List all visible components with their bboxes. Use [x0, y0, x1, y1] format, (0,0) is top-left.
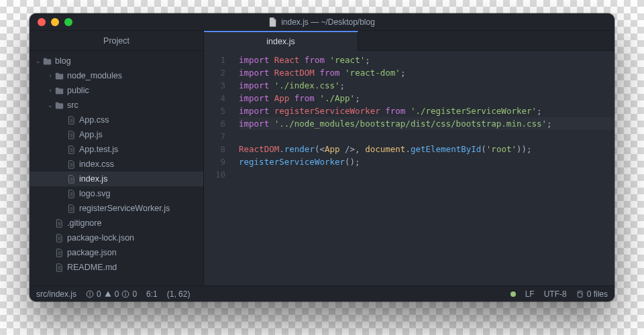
code-lines[interactable]: import React from 'react';import ReactDO…	[233, 54, 614, 285]
tree-item-label: App.css	[79, 115, 109, 125]
file-icon	[66, 145, 76, 154]
error-icon	[86, 290, 94, 298]
tree-item-label: .gitignore	[67, 218, 101, 228]
tree-item-label: logo.svg	[79, 189, 111, 198]
minimize-window-icon[interactable]	[51, 18, 59, 26]
code-line[interactable]: import React from 'react';	[239, 54, 614, 66]
code-line[interactable]: ReactDOM.render(<App />, document.getEle…	[239, 143, 614, 155]
tree-item-label: public	[67, 86, 89, 95]
tree-item-label: README.md	[67, 263, 117, 272]
folder-icon	[54, 86, 64, 95]
code-line[interactable]: import './index.css';	[239, 79, 614, 92]
warning-icon	[104, 290, 112, 298]
tab-bar: index.js	[204, 31, 614, 51]
folder-icon	[54, 101, 64, 110]
tree-folder-node-modules[interactable]: ›node_modules	[30, 68, 203, 83]
tree-item-label: package-lock.json	[67, 233, 134, 243]
tree-file-app-test-js[interactable]: App.test.js	[30, 142, 203, 157]
code-line[interactable]	[239, 130, 614, 143]
line-number: 5	[204, 105, 225, 117]
tab-index-js[interactable]: index.js	[204, 31, 358, 51]
tree-file-package-json[interactable]: package.json	[30, 245, 203, 260]
tree-file--gitignore[interactable]: .gitignore	[30, 216, 203, 230]
code-line[interactable]: import ReactDOM from 'react-dom';	[239, 66, 614, 79]
tree-file-app-css[interactable]: App.css	[30, 113, 203, 127]
file-icon	[66, 116, 76, 125]
tree-item-label: index.css	[79, 159, 114, 169]
chevron-down-icon: ⌄	[47, 102, 54, 109]
tree-folder-src[interactable]: ⌄src	[30, 98, 203, 113]
maximize-window-icon[interactable]	[64, 18, 72, 26]
tree-file-app-js[interactable]: App.js	[30, 127, 203, 142]
tree-file-index-css[interactable]: index.css	[30, 157, 203, 172]
line-number: 2	[204, 66, 225, 79]
line-number: 10	[204, 168, 225, 181]
tree-folder-public[interactable]: ›public	[30, 83, 203, 98]
line-number: 6	[204, 117, 225, 130]
line-gutter: 12345678910	[204, 54, 233, 285]
tree-item-label: App.test.js	[79, 145, 118, 154]
git-icon	[576, 290, 584, 298]
tree-item-label: node_modules	[67, 71, 122, 80]
folder-icon	[42, 57, 52, 66]
code-line[interactable]: import registerServiceWorker from './reg…	[239, 105, 614, 117]
chevron-down-icon: ⌄	[35, 58, 42, 64]
tree-file-readme-md[interactable]: README.md	[30, 260, 203, 275]
tree-item-label: src	[67, 100, 78, 110]
editor-pane: index.js 12345678910 import React from '…	[204, 31, 614, 285]
line-number: 9	[204, 155, 225, 168]
window-title-text: index.js — ~/Desktop/blog	[281, 17, 375, 27]
file-icon	[66, 175, 76, 184]
close-window-icon[interactable]	[38, 18, 46, 26]
line-number: 7	[204, 130, 225, 143]
status-diagnostics[interactable]: 0 0 0	[86, 289, 137, 299]
code-line[interactable]	[239, 168, 614, 181]
tree-item-label: registerServiceWorker.js	[79, 204, 170, 213]
tree-item-label: index.js	[79, 174, 107, 184]
file-icon	[66, 131, 76, 139]
sidebar-title: Project	[30, 31, 203, 51]
svg-rect-6	[578, 291, 582, 297]
window-controls	[30, 18, 72, 26]
chevron-right-icon: ›	[47, 87, 54, 94]
info-icon	[121, 290, 129, 298]
folder-icon	[54, 72, 64, 80]
tree-file-registerserviceworker-js[interactable]: registerServiceWorker.js	[30, 201, 203, 216]
svg-point-2	[89, 295, 90, 295]
tree-folder-blog[interactable]: ⌄blog	[30, 54, 203, 68]
git-clean-icon	[511, 291, 516, 297]
file-icon	[66, 204, 76, 213]
window-title: index.js — ~/Desktop/blog	[30, 17, 614, 27]
file-icon	[66, 160, 76, 169]
svg-point-4	[125, 292, 126, 293]
status-line-ending[interactable]: LF	[525, 289, 535, 299]
status-encoding[interactable]: UTF-8	[544, 289, 567, 299]
code-line[interactable]: registerServiceWorker();	[239, 155, 614, 168]
line-number: 3	[204, 79, 225, 92]
code-line[interactable]: import '../node_modules/bootstrap/dist/c…	[239, 117, 614, 130]
code-area[interactable]: 12345678910 import React from 'react';im…	[204, 51, 614, 285]
tree-file-index-js[interactable]: index.js	[30, 172, 203, 186]
status-path[interactable]: src/index.js	[36, 289, 76, 299]
file-icon	[66, 190, 76, 198]
file-icon	[269, 17, 277, 27]
line-number: 1	[204, 54, 225, 66]
line-number: 8	[204, 143, 225, 155]
status-selection[interactable]: (1, 62)	[167, 289, 191, 299]
chevron-right-icon: ›	[47, 72, 54, 79]
file-icon	[54, 234, 64, 243]
file-icon	[54, 263, 64, 272]
status-bar: src/index.js 0 0 0 6:1 (1, 62) LF UTF-8 …	[30, 285, 614, 302]
code-line[interactable]: import App from './App';	[239, 92, 614, 105]
tree-item-label: App.js	[79, 130, 103, 139]
file-icon	[54, 219, 64, 228]
line-number: 4	[204, 92, 225, 105]
tree-file-logo-svg[interactable]: logo.svg	[30, 186, 203, 201]
status-git-files[interactable]: 0 files	[576, 289, 608, 299]
file-tree[interactable]: ⌄blog›node_modules›public⌄srcApp.cssApp.…	[30, 51, 203, 277]
titlebar: index.js — ~/Desktop/blog	[30, 13, 614, 31]
tab-label: index.js	[266, 37, 294, 46]
tree-file-package-lock-json[interactable]: package-lock.json	[30, 230, 203, 245]
tree-item-label: package.json	[67, 248, 117, 257]
status-cursor[interactable]: 6:1	[146, 289, 158, 299]
